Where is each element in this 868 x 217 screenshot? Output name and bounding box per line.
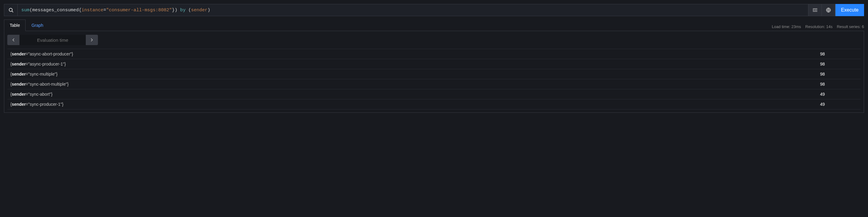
stat-result-series: Result series: 6 bbox=[837, 24, 864, 29]
series-value: 98 bbox=[529, 69, 861, 79]
query-bar: sum(messages_consumed{instance="consumer… bbox=[4, 4, 864, 16]
series-value: 98 bbox=[529, 79, 861, 89]
series-value: 49 bbox=[529, 89, 861, 99]
svg-line-1 bbox=[12, 11, 13, 12]
results-panel: {sender="async-abort-producer"}98{sender… bbox=[4, 31, 864, 113]
table-row: {sender="sync-producer-1"}49 bbox=[7, 99, 861, 109]
format-query-icon[interactable] bbox=[808, 4, 822, 16]
results-table: {sender="async-abort-producer"}98{sender… bbox=[7, 49, 861, 109]
table-row: {sender="sync-abort-multiple"}98 bbox=[7, 79, 861, 89]
chevron-left-icon bbox=[11, 37, 16, 43]
tab-graph[interactable]: Graph bbox=[26, 20, 49, 31]
query-stats: Load time: 23ms Resolution: 14s Result s… bbox=[772, 24, 864, 31]
evaluation-time-input[interactable] bbox=[20, 35, 86, 45]
query-func: sum bbox=[21, 8, 30, 13]
tab-table[interactable]: Table bbox=[4, 20, 26, 31]
globe-icon[interactable] bbox=[822, 4, 835, 16]
query-metric: messages_consumed bbox=[32, 8, 79, 13]
search-icon[interactable] bbox=[4, 4, 17, 16]
execute-button[interactable]: Execute bbox=[835, 4, 864, 16]
time-nav bbox=[7, 35, 861, 45]
time-prev-button[interactable] bbox=[7, 35, 20, 45]
query-group: sender bbox=[191, 8, 208, 13]
series-value: 49 bbox=[529, 99, 861, 109]
table-row: {sender="sync-multiple"}98 bbox=[7, 69, 861, 79]
series-label[interactable]: {sender="async-abort-producer"} bbox=[7, 49, 529, 59]
time-next-button[interactable] bbox=[86, 35, 98, 45]
stat-load-time: Load time: 23ms bbox=[772, 24, 801, 29]
series-label[interactable]: {sender="sync-multiple"} bbox=[7, 69, 529, 79]
series-value: 98 bbox=[529, 49, 861, 59]
tabs-row: Table Graph Load time: 23ms Resolution: … bbox=[4, 19, 864, 31]
query-label-val: "consumer-all-msgs:8082" bbox=[106, 8, 172, 13]
series-label[interactable]: {sender="sync-producer-1"} bbox=[7, 99, 529, 109]
stat-resolution: Resolution: 14s bbox=[805, 24, 833, 29]
series-label[interactable]: {sender="sync-abort-multiple"} bbox=[7, 79, 529, 89]
chevron-right-icon bbox=[89, 37, 94, 43]
series-value: 98 bbox=[529, 59, 861, 69]
series-label[interactable]: {sender="sync-abort"} bbox=[7, 89, 529, 99]
series-label[interactable]: {sender="async-producer-1"} bbox=[7, 59, 529, 69]
table-row: {sender="async-abort-producer"}98 bbox=[7, 49, 861, 59]
table-row: {sender="sync-abort"}49 bbox=[7, 89, 861, 99]
query-label-key: instance bbox=[82, 8, 103, 13]
query-input[interactable]: sum(messages_consumed{instance="consumer… bbox=[17, 4, 808, 16]
tabs: Table Graph bbox=[4, 19, 49, 31]
query-op: by bbox=[180, 8, 186, 13]
table-row: {sender="async-producer-1"}98 bbox=[7, 59, 861, 69]
